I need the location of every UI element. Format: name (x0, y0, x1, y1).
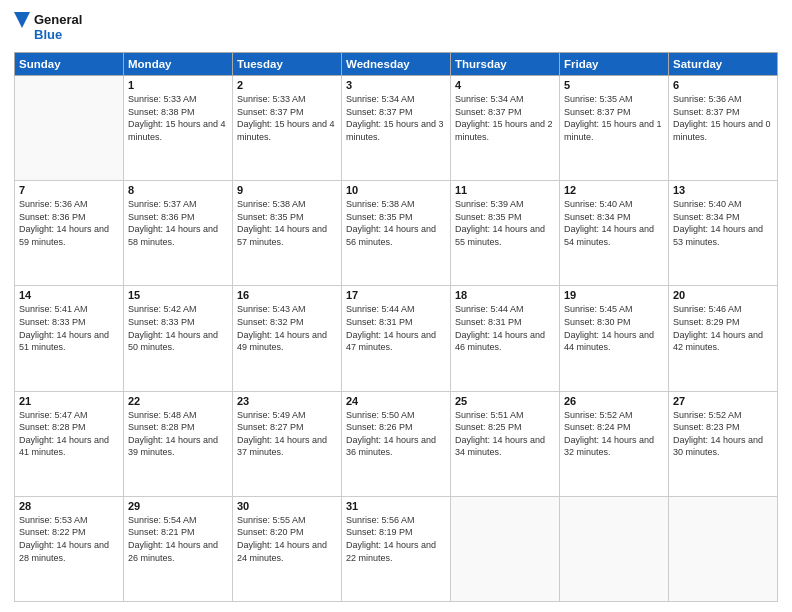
day-info: Sunrise: 5:33 AMSunset: 8:38 PMDaylight:… (128, 94, 226, 142)
day-cell: 7 Sunrise: 5:36 AMSunset: 8:36 PMDayligh… (15, 181, 124, 286)
day-info: Sunrise: 5:52 AMSunset: 8:23 PMDaylight:… (673, 410, 763, 458)
day-info: Sunrise: 5:43 AMSunset: 8:32 PMDaylight:… (237, 304, 327, 352)
day-number: 19 (564, 289, 664, 301)
day-cell: 14 Sunrise: 5:41 AMSunset: 8:33 PMDaylig… (15, 286, 124, 391)
day-number: 18 (455, 289, 555, 301)
day-cell: 22 Sunrise: 5:48 AMSunset: 8:28 PMDaylig… (124, 391, 233, 496)
day-info: Sunrise: 5:34 AMSunset: 8:37 PMDaylight:… (346, 94, 444, 142)
day-cell: 21 Sunrise: 5:47 AMSunset: 8:28 PMDaylig… (15, 391, 124, 496)
week-row-3: 14 Sunrise: 5:41 AMSunset: 8:33 PMDaylig… (15, 286, 778, 391)
weekday-header-monday: Monday (124, 53, 233, 76)
day-info: Sunrise: 5:36 AMSunset: 8:37 PMDaylight:… (673, 94, 771, 142)
day-number: 3 (346, 79, 446, 91)
day-cell: 11 Sunrise: 5:39 AMSunset: 8:35 PMDaylig… (451, 181, 560, 286)
day-number: 10 (346, 184, 446, 196)
day-info: Sunrise: 5:44 AMSunset: 8:31 PMDaylight:… (455, 304, 545, 352)
day-number: 4 (455, 79, 555, 91)
weekday-header-friday: Friday (560, 53, 669, 76)
day-cell: 18 Sunrise: 5:44 AMSunset: 8:31 PMDaylig… (451, 286, 560, 391)
day-number: 13 (673, 184, 773, 196)
day-number: 5 (564, 79, 664, 91)
day-cell: 6 Sunrise: 5:36 AMSunset: 8:37 PMDayligh… (669, 76, 778, 181)
week-row-2: 7 Sunrise: 5:36 AMSunset: 8:36 PMDayligh… (15, 181, 778, 286)
day-info: Sunrise: 5:47 AMSunset: 8:28 PMDaylight:… (19, 410, 109, 458)
day-info: Sunrise: 5:36 AMSunset: 8:36 PMDaylight:… (19, 199, 109, 247)
day-cell (451, 496, 560, 601)
header: General Blue (14, 10, 778, 46)
day-number: 23 (237, 395, 337, 407)
day-number: 1 (128, 79, 228, 91)
day-cell: 3 Sunrise: 5:34 AMSunset: 8:37 PMDayligh… (342, 76, 451, 181)
weekday-header-row: SundayMondayTuesdayWednesdayThursdayFrid… (15, 53, 778, 76)
day-number: 17 (346, 289, 446, 301)
logo-blue: Blue (34, 28, 82, 43)
day-number: 6 (673, 79, 773, 91)
page: General Blue SundayMondayTuesdayWednesda… (0, 0, 792, 612)
day-cell: 1 Sunrise: 5:33 AMSunset: 8:38 PMDayligh… (124, 76, 233, 181)
week-row-4: 21 Sunrise: 5:47 AMSunset: 8:28 PMDaylig… (15, 391, 778, 496)
day-cell: 26 Sunrise: 5:52 AMSunset: 8:24 PMDaylig… (560, 391, 669, 496)
day-info: Sunrise: 5:37 AMSunset: 8:36 PMDaylight:… (128, 199, 218, 247)
day-cell: 20 Sunrise: 5:46 AMSunset: 8:29 PMDaylig… (669, 286, 778, 391)
day-info: Sunrise: 5:51 AMSunset: 8:25 PMDaylight:… (455, 410, 545, 458)
day-info: Sunrise: 5:54 AMSunset: 8:21 PMDaylight:… (128, 515, 218, 563)
day-number: 2 (237, 79, 337, 91)
day-cell: 12 Sunrise: 5:40 AMSunset: 8:34 PMDaylig… (560, 181, 669, 286)
day-number: 8 (128, 184, 228, 196)
day-number: 20 (673, 289, 773, 301)
day-info: Sunrise: 5:56 AMSunset: 8:19 PMDaylight:… (346, 515, 436, 563)
day-info: Sunrise: 5:38 AMSunset: 8:35 PMDaylight:… (237, 199, 327, 247)
day-info: Sunrise: 5:49 AMSunset: 8:27 PMDaylight:… (237, 410, 327, 458)
day-number: 12 (564, 184, 664, 196)
day-cell: 27 Sunrise: 5:52 AMSunset: 8:23 PMDaylig… (669, 391, 778, 496)
day-cell: 19 Sunrise: 5:45 AMSunset: 8:30 PMDaylig… (560, 286, 669, 391)
day-info: Sunrise: 5:50 AMSunset: 8:26 PMDaylight:… (346, 410, 436, 458)
week-row-5: 28 Sunrise: 5:53 AMSunset: 8:22 PMDaylig… (15, 496, 778, 601)
logo-general: General (34, 13, 82, 28)
day-info: Sunrise: 5:41 AMSunset: 8:33 PMDaylight:… (19, 304, 109, 352)
day-number: 26 (564, 395, 664, 407)
day-cell: 24 Sunrise: 5:50 AMSunset: 8:26 PMDaylig… (342, 391, 451, 496)
svg-marker-0 (14, 12, 30, 28)
day-cell: 10 Sunrise: 5:38 AMSunset: 8:35 PMDaylig… (342, 181, 451, 286)
day-info: Sunrise: 5:48 AMSunset: 8:28 PMDaylight:… (128, 410, 218, 458)
day-number: 24 (346, 395, 446, 407)
day-cell: 23 Sunrise: 5:49 AMSunset: 8:27 PMDaylig… (233, 391, 342, 496)
day-info: Sunrise: 5:53 AMSunset: 8:22 PMDaylight:… (19, 515, 109, 563)
day-number: 30 (237, 500, 337, 512)
day-info: Sunrise: 5:45 AMSunset: 8:30 PMDaylight:… (564, 304, 654, 352)
weekday-header-tuesday: Tuesday (233, 53, 342, 76)
day-cell: 13 Sunrise: 5:40 AMSunset: 8:34 PMDaylig… (669, 181, 778, 286)
day-cell: 5 Sunrise: 5:35 AMSunset: 8:37 PMDayligh… (560, 76, 669, 181)
weekday-header-thursday: Thursday (451, 53, 560, 76)
weekday-header-saturday: Saturday (669, 53, 778, 76)
day-number: 9 (237, 184, 337, 196)
day-cell: 30 Sunrise: 5:55 AMSunset: 8:20 PMDaylig… (233, 496, 342, 601)
day-number: 22 (128, 395, 228, 407)
day-info: Sunrise: 5:33 AMSunset: 8:37 PMDaylight:… (237, 94, 335, 142)
day-cell: 16 Sunrise: 5:43 AMSunset: 8:32 PMDaylig… (233, 286, 342, 391)
day-cell: 2 Sunrise: 5:33 AMSunset: 8:37 PMDayligh… (233, 76, 342, 181)
day-number: 7 (19, 184, 119, 196)
day-cell: 15 Sunrise: 5:42 AMSunset: 8:33 PMDaylig… (124, 286, 233, 391)
day-info: Sunrise: 5:35 AMSunset: 8:37 PMDaylight:… (564, 94, 662, 142)
day-number: 31 (346, 500, 446, 512)
day-cell: 31 Sunrise: 5:56 AMSunset: 8:19 PMDaylig… (342, 496, 451, 601)
logo-text: General Blue (34, 13, 82, 43)
day-cell: 4 Sunrise: 5:34 AMSunset: 8:37 PMDayligh… (451, 76, 560, 181)
day-cell (560, 496, 669, 601)
day-cell: 17 Sunrise: 5:44 AMSunset: 8:31 PMDaylig… (342, 286, 451, 391)
day-cell: 9 Sunrise: 5:38 AMSunset: 8:35 PMDayligh… (233, 181, 342, 286)
day-cell (669, 496, 778, 601)
day-info: Sunrise: 5:42 AMSunset: 8:33 PMDaylight:… (128, 304, 218, 352)
day-number: 27 (673, 395, 773, 407)
day-number: 25 (455, 395, 555, 407)
weekday-header-sunday: Sunday (15, 53, 124, 76)
day-cell: 28 Sunrise: 5:53 AMSunset: 8:22 PMDaylig… (15, 496, 124, 601)
day-cell: 8 Sunrise: 5:37 AMSunset: 8:36 PMDayligh… (124, 181, 233, 286)
day-number: 11 (455, 184, 555, 196)
day-cell: 25 Sunrise: 5:51 AMSunset: 8:25 PMDaylig… (451, 391, 560, 496)
day-number: 29 (128, 500, 228, 512)
day-number: 15 (128, 289, 228, 301)
day-info: Sunrise: 5:34 AMSunset: 8:37 PMDaylight:… (455, 94, 553, 142)
